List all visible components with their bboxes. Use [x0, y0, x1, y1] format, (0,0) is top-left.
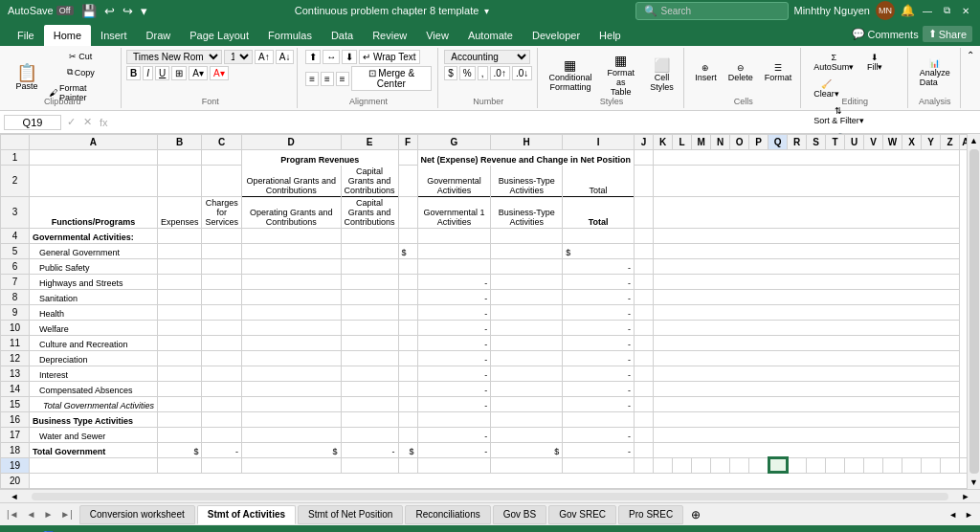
- cell-C6[interactable]: [202, 258, 242, 274]
- tab-review[interactable]: Review: [363, 25, 416, 46]
- cell-F8[interactable]: [398, 289, 417, 304]
- tab-page-layout[interactable]: Page Layout: [180, 25, 258, 46]
- cell-A6[interactable]: Public Safety: [30, 258, 158, 274]
- cell-G16[interactable]: [417, 411, 491, 427]
- cell-I13[interactable]: -: [563, 366, 635, 381]
- row-21-header[interactable]: 21: [1, 488, 30, 489]
- tab-file[interactable]: File: [8, 25, 44, 46]
- cell-rest5[interactable]: [654, 243, 960, 258]
- cell-D17[interactable]: [241, 427, 341, 442]
- cell-AA19[interactable]: [960, 457, 967, 473]
- cell-rest7[interactable]: [654, 274, 960, 289]
- cell-D9[interactable]: [241, 304, 341, 320]
- cell-L19[interactable]: [673, 457, 692, 473]
- cell-D1[interactable]: Program Revenues: [241, 150, 398, 166]
- cell-B14[interactable]: [157, 381, 202, 396]
- cell-I15[interactable]: -: [563, 396, 635, 411]
- cell-D12[interactable]: [241, 350, 341, 366]
- cell-A13[interactable]: Interest: [30, 366, 158, 381]
- col-R[interactable]: R: [788, 135, 807, 150]
- autosave-toggle[interactable]: Off: [56, 6, 74, 15]
- tab-formulas[interactable]: Formulas: [258, 25, 322, 46]
- cell-H18[interactable]: $: [491, 442, 563, 457]
- cell-F17[interactable]: [398, 427, 417, 442]
- cell-styles-btn[interactable]: ⬜ CellStyles: [646, 55, 678, 95]
- decimal-inc-btn[interactable]: .0↑: [490, 66, 510, 80]
- cell-H16[interactable]: [491, 411, 563, 427]
- cell-D16[interactable]: [241, 411, 341, 427]
- cell-D5[interactable]: [241, 243, 341, 258]
- currency-btn[interactable]: $: [444, 66, 457, 80]
- cell-F2[interactable]: [398, 166, 417, 197]
- cell-E7[interactable]: [341, 274, 398, 289]
- cell-B13[interactable]: [157, 366, 202, 381]
- cell-H5[interactable]: [491, 243, 563, 258]
- cell-J18[interactable]: [635, 442, 654, 457]
- tab-conversion-worksheet[interactable]: Conversion worksheet: [79, 505, 195, 524]
- cell-I19[interactable]: [563, 457, 635, 473]
- cell-A21[interactable]: [30, 488, 158, 489]
- col-I[interactable]: I: [563, 135, 635, 150]
- tab-scroll-right[interactable]: ►: [962, 510, 976, 520]
- cell-G9[interactable]: -: [417, 304, 491, 320]
- cell-J10[interactable]: [635, 320, 654, 335]
- font-size-select[interactable]: 12: [224, 50, 253, 64]
- sort-filter-btn[interactable]: ⇅ Sort & Filter▾: [809, 103, 869, 128]
- row-1-header[interactable]: 1: [1, 150, 30, 166]
- cell-I14[interactable]: -: [563, 381, 635, 396]
- cell-I7[interactable]: -: [563, 274, 635, 289]
- cell-H7[interactable]: [491, 274, 563, 289]
- cell-J4[interactable]: [635, 228, 654, 243]
- cell-U19[interactable]: [845, 457, 864, 473]
- paste-btn[interactable]: 📋 Paste: [10, 61, 44, 94]
- tab-gov-bs[interactable]: Gov BS: [493, 505, 546, 524]
- align-right-btn[interactable]: ≡: [336, 72, 349, 86]
- cell-F18[interactable]: $: [398, 442, 417, 457]
- cell-rest6[interactable]: [654, 258, 960, 274]
- cell-rest16[interactable]: [654, 411, 960, 427]
- cell-H12[interactable]: [491, 350, 563, 366]
- cell-D10[interactable]: [241, 320, 341, 335]
- cell-B21[interactable]: [157, 488, 202, 489]
- cell-Z19[interactable]: [941, 457, 960, 473]
- cell-B3[interactable]: Expenses: [157, 196, 202, 228]
- cell-K19[interactable]: [654, 457, 673, 473]
- cell-H14[interactable]: [491, 381, 563, 396]
- font-grow-btn[interactable]: A↑: [255, 50, 274, 64]
- cell-J15[interactable]: [635, 396, 654, 411]
- decimal-dec-btn[interactable]: .0↓: [512, 66, 532, 80]
- cell-G6[interactable]: [417, 258, 491, 274]
- row-19-header[interactable]: 19: [1, 457, 30, 473]
- cell-G14[interactable]: -: [417, 381, 491, 396]
- copy-btn[interactable]: ⧉ Copy: [46, 65, 115, 79]
- merge-center-btn[interactable]: ⊡ Merge & Center: [351, 66, 432, 91]
- cell-C14[interactable]: [202, 381, 242, 396]
- cell-B12[interactable]: [157, 350, 202, 366]
- cell-C10[interactable]: [202, 320, 242, 335]
- align-center-btn[interactable]: ≡: [321, 72, 334, 86]
- row-18-header[interactable]: 18: [1, 442, 30, 457]
- row-15-header[interactable]: 15: [1, 396, 30, 411]
- tab-draw[interactable]: Draw: [137, 25, 181, 46]
- cell-H19[interactable]: [491, 457, 563, 473]
- cell-I2[interactable]: Total: [563, 166, 635, 197]
- cell-D13[interactable]: [241, 366, 341, 381]
- number-format-select[interactable]: Accounting: [444, 50, 530, 64]
- cell-rest2[interactable]: [654, 166, 960, 197]
- cell-E9[interactable]: [341, 304, 398, 320]
- tab-stmt-of-net-position[interactable]: Stmt of Net Position: [298, 505, 403, 524]
- cell-F19[interactable]: [398, 457, 417, 473]
- font-shrink-btn[interactable]: A↓: [276, 50, 295, 64]
- cell-C18[interactable]: -: [202, 442, 242, 457]
- cell-rest4[interactable]: [654, 228, 960, 243]
- cell-A14[interactable]: Compensated Absences: [30, 381, 158, 396]
- cell-F7[interactable]: [398, 274, 417, 289]
- tab-pro-srec[interactable]: Pro SREC: [618, 505, 683, 524]
- more-qat-btn[interactable]: ▾: [139, 4, 149, 18]
- row-3-header[interactable]: 3: [1, 196, 30, 228]
- col-Y[interactable]: Y: [922, 135, 941, 150]
- cell-A19[interactable]: [30, 457, 158, 473]
- delete-btn[interactable]: ⊖ Delete: [724, 60, 758, 85]
- cell-N19[interactable]: [711, 457, 730, 473]
- col-M[interactable]: M: [692, 135, 711, 150]
